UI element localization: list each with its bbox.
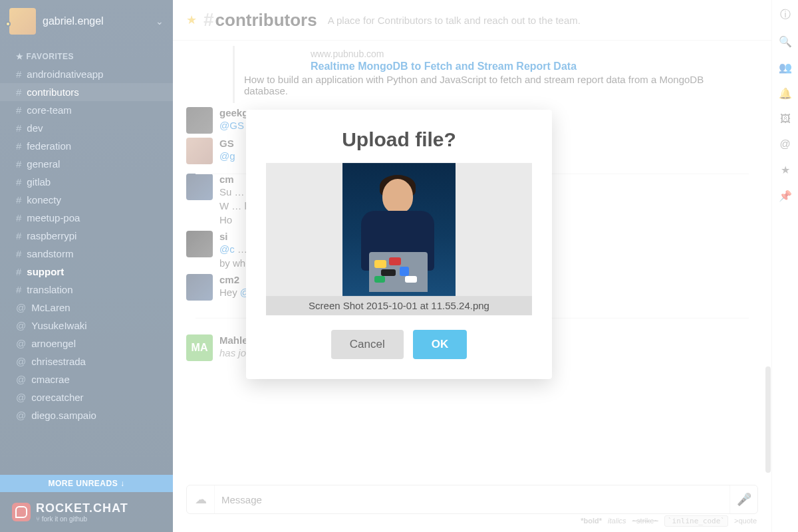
upload-modal: Upload file? Screen Shot 2015-10-01 at 1… <box>246 110 552 379</box>
file-name: Screen Shot 2015-10-01 at 11.55.24.png <box>266 296 532 315</box>
file-preview: Screen Shot 2015-10-01 at 11.55.24.png <box>266 163 532 315</box>
preview-image <box>342 163 456 296</box>
cancel-button[interactable]: Cancel <box>331 330 404 359</box>
ok-button[interactable]: OK <box>413 330 467 359</box>
modal-title: Upload file? <box>266 128 532 151</box>
